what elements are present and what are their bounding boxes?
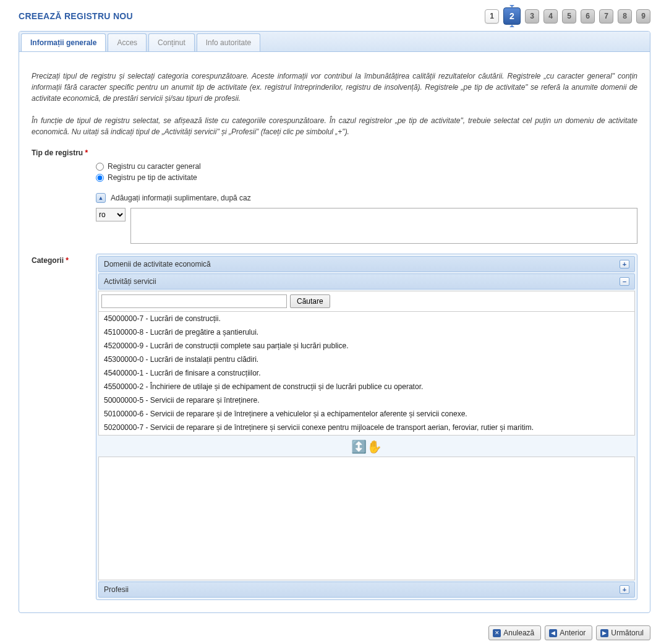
accordion-services-title: Activități servicii (104, 277, 156, 286)
close-icon: ✕ (493, 629, 501, 637)
wizard-step-2[interactable]: 2 (503, 7, 521, 25)
search-input[interactable] (101, 294, 287, 308)
next-button[interactable]: ▶ Următorul (596, 625, 650, 640)
list-item[interactable]: 45400000-1 - Lucrări de finisare a const… (99, 366, 634, 380)
minus-icon[interactable]: – (620, 277, 629, 286)
list-item[interactable]: 45200000-9 - Lucrări de construcții comp… (99, 339, 634, 353)
radio-activity-input[interactable] (96, 174, 104, 182)
type-label: Tip de registru * (32, 148, 637, 157)
tab-info-autoritate[interactable]: Info autoritate (197, 33, 260, 51)
wizard-step-3[interactable]: 3 (525, 9, 539, 24)
radio-general[interactable]: Registru cu caracter general (96, 162, 637, 171)
plus-icon[interactable]: + (620, 585, 629, 594)
language-select[interactable]: ro (96, 208, 126, 221)
description-1: Precizați tipul de registru și selectați… (32, 71, 637, 104)
expand-text: Adăugați informații suplimentare, după c… (111, 194, 251, 202)
list-item[interactable]: 45000000-7 - Lucrări de construcții. (99, 312, 634, 325)
page-title: CREEAZĂ REGISTRU NOU (19, 11, 133, 21)
drag-handle[interactable]: ↕️✋ (98, 437, 635, 457)
cancel-button[interactable]: ✕ Anulează (488, 625, 541, 640)
collapse-icon[interactable]: ▲ (96, 193, 106, 203)
search-button[interactable]: Căutare (290, 294, 330, 308)
wizard-steps: 123456789 (485, 7, 650, 25)
categories-label: Categorii * (32, 254, 88, 600)
list-item[interactable]: 45100000-8 - Lucrări de pregătire a șant… (99, 325, 634, 339)
chevron-left-icon: ◀ (549, 629, 557, 637)
list-item[interactable]: 45500000-2 - Închiriere de utilaje și de… (99, 380, 634, 393)
chevron-right-icon: ▶ (600, 629, 608, 637)
tabs: Informații generaleAccesConținutInfo aut… (19, 32, 650, 52)
drag-icon: ↕️✋ (351, 440, 382, 453)
wizard-step-9[interactable]: 9 (636, 9, 650, 24)
categories-panel: Domenii de activitate economică + Activi… (96, 254, 637, 600)
radio-activity[interactable]: Registru pe tip de activitate (96, 173, 637, 182)
list-item[interactable]: 50300000-8 - Servicii de reparare și de … (99, 434, 634, 435)
accordion-services[interactable]: Activități servicii – (98, 273, 635, 290)
tab-conținut[interactable]: Conținut (148, 33, 195, 51)
tab-acces[interactable]: Acces (108, 33, 147, 51)
accordion-economic[interactable]: Domenii de activitate economică + (98, 256, 635, 272)
list-item[interactable]: 45300000-0 - Lucrări de instalații pentr… (99, 353, 634, 366)
footer-buttons: ✕ Anulează ◀ Anterior ▶ Următorul (19, 625, 650, 640)
description-2: În funcție de tipul de registru selectat… (32, 115, 637, 137)
accordion-professions[interactable]: Profesii + (98, 582, 635, 598)
wizard-step-5[interactable]: 5 (562, 9, 576, 24)
wizard-step-4[interactable]: 4 (543, 9, 558, 24)
accordion-services-body: Căutare 45000000-7 - Lucrări de construc… (98, 291, 635, 436)
wizard-step-7[interactable]: 7 (599, 9, 613, 24)
wizard-step-8[interactable]: 8 (618, 9, 632, 24)
list-item[interactable]: 50000000-5 - Servicii de reparare și înt… (99, 393, 634, 407)
expand-row: ▲ Adăugați informații suplimentare, după… (96, 193, 637, 203)
main-panel: Informații generaleAccesConținutInfo aut… (19, 31, 650, 613)
radio-activity-label: Registru pe tip de activitate (108, 173, 197, 182)
accordion-professions-title: Profesii (104, 585, 129, 594)
wizard-step-1[interactable]: 1 (485, 9, 499, 24)
wizard-step-6[interactable]: 6 (581, 9, 595, 24)
lang-textarea-row: ro (96, 208, 637, 244)
previous-button[interactable]: ◀ Anterior (545, 625, 592, 640)
accordion-economic-title: Domenii de activitate economică (104, 260, 211, 268)
radio-group: Registru cu caracter general Registru pe… (96, 162, 637, 182)
tab-content: Precizați tipul de registru și selectați… (19, 52, 650, 612)
additional-textarea[interactable] (130, 208, 637, 244)
services-list[interactable]: 45000000-7 - Lucrări de construcții.4510… (99, 311, 634, 435)
list-item[interactable]: 50200000-7 - Servicii de reparare și de … (99, 421, 634, 434)
radio-general-label: Registru cu caracter general (108, 162, 201, 171)
radio-general-input[interactable] (96, 163, 104, 171)
selected-items-box[interactable] (98, 457, 635, 580)
tab-informații-generale[interactable]: Informații generale (21, 33, 106, 51)
list-item[interactable]: 50100000-6 - Servicii de reparare și de … (99, 407, 634, 421)
plus-icon[interactable]: + (620, 260, 629, 268)
